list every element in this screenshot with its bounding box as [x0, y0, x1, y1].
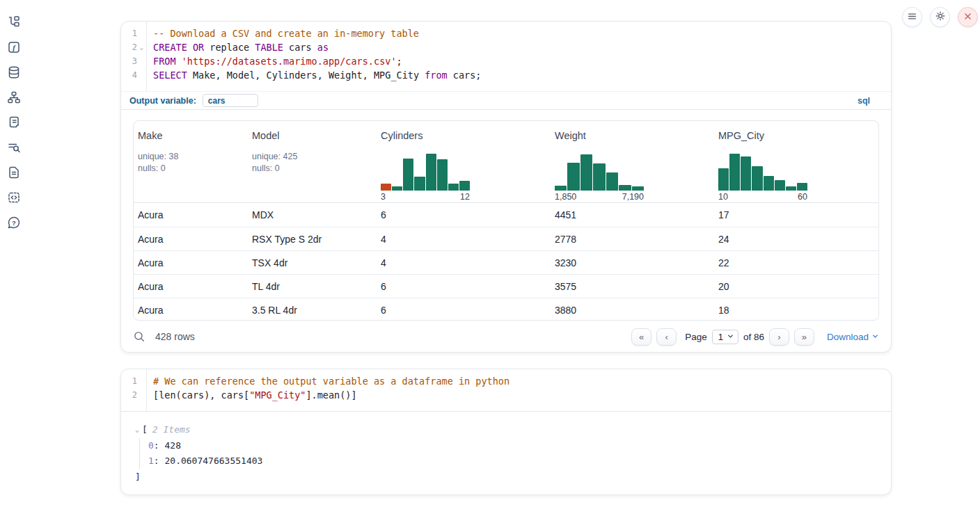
column-stat: unique: 38 — [138, 151, 242, 163]
list-output-tree: ⌄[2 Items0: 4281: 20.060747663551403] — [121, 412, 891, 484]
histogram-bar[interactable] — [392, 186, 402, 191]
column-header-mpg_city[interactable]: MPG_City1060 — [714, 121, 878, 202]
python-code-editor[interactable]: 12# We can reference the output variable… — [121, 369, 891, 412]
open-bracket: [ — [142, 422, 148, 437]
first-page-button[interactable]: « — [631, 328, 651, 346]
histogram-bar[interactable] — [459, 181, 470, 191]
prev-page-button[interactable]: ‹ — [656, 328, 677, 346]
chevron-down-icon — [871, 332, 879, 342]
histogram-bar[interactable] — [729, 154, 740, 191]
histogram-bar[interactable] — [567, 163, 579, 191]
database-icon[interactable] — [7, 65, 21, 79]
item-value: 428 — [164, 440, 180, 451]
settings-button[interactable] — [930, 7, 950, 27]
column-header-make[interactable]: Makeunique: 38nulls: 0 — [134, 121, 248, 202]
tree-collapse-icon[interactable]: ⌄ — [135, 422, 139, 437]
table-row[interactable]: Acura3.5 RL 4dr6388018 — [134, 298, 878, 321]
histogram-bar[interactable] — [632, 186, 644, 191]
histogram-bar[interactable] — [580, 154, 592, 191]
histogram-bar[interactable] — [437, 159, 448, 191]
download-button[interactable]: Download — [827, 332, 879, 342]
code-line[interactable]: -- Download a CSV and create an in-memor… — [153, 26, 891, 40]
gear-icon — [935, 10, 946, 24]
histogram-bar[interactable] — [403, 159, 413, 191]
table-row[interactable]: AcuraRSX Type S 2dr4277824 — [134, 227, 878, 250]
code-snippet-icon[interactable] — [7, 191, 21, 204]
sql-code-editor[interactable]: 12⌄34-- Download a CSV and create an in-… — [121, 22, 891, 91]
table-row[interactable]: AcuraTSX 4dr4323022 — [134, 250, 878, 274]
scroll-icon[interactable] — [7, 115, 21, 129]
table-cell: Acura — [134, 257, 248, 268]
histogram-weight[interactable]: 1,8507,190 — [555, 152, 644, 202]
table-cell: Acura — [134, 305, 248, 316]
histogram-bar[interactable] — [448, 184, 459, 191]
line-number: 4 — [121, 68, 137, 82]
table-row[interactable]: AcuraTL 4dr6357520 — [134, 274, 878, 298]
histogram-bar[interactable] — [797, 183, 807, 191]
page-number-select[interactable]: 1 — [712, 330, 738, 344]
close-bracket: ] — [135, 470, 891, 484]
table-cell: 3230 — [551, 257, 714, 268]
histogram-bar[interactable] — [718, 168, 729, 191]
column-name: MPG_City — [718, 130, 873, 143]
histogram-bar[interactable] — [555, 186, 567, 191]
table-cell: 3.5 RL 4dr — [248, 305, 377, 316]
table-cell: 2778 — [551, 234, 714, 245]
histogram-bar[interactable] — [414, 177, 425, 191]
code-line[interactable]: CREATE OR replace TABLE cars as — [153, 40, 891, 54]
histogram-bar[interactable] — [426, 154, 436, 191]
function-icon[interactable]: f — [7, 40, 21, 54]
histogram-bar[interactable] — [593, 163, 605, 191]
histogram-bar[interactable] — [764, 176, 774, 191]
code-line[interactable]: [len(cars), cars["MPG_City"].mean()] — [153, 388, 891, 402]
table-cell: 18 — [714, 305, 878, 316]
file-tree-icon[interactable] — [7, 15, 21, 29]
search-list-icon[interactable] — [7, 140, 21, 154]
column-name: Weight — [555, 130, 709, 143]
item-index: 1 — [148, 456, 154, 466]
last-page-button[interactable]: » — [794, 328, 814, 346]
histogram-mpg_city[interactable]: 1060 — [718, 152, 807, 202]
notebook-menu-button[interactable] — [902, 7, 922, 27]
download-label: Download — [827, 332, 869, 342]
table-row[interactable]: AcuraMDX6445117 — [134, 203, 878, 227]
histogram-cylinders[interactable]: 312 — [381, 152, 470, 202]
next-page-button[interactable]: › — [769, 328, 789, 346]
marimo-notebook: f? 12⌄34-- Download a CSV and create an … — [0, 0, 980, 507]
line-number: 3 — [121, 54, 137, 68]
chevron-down-icon — [727, 332, 734, 342]
dependency-graph-icon[interactable] — [7, 90, 21, 104]
search-icon[interactable] — [133, 330, 145, 343]
histogram-bar[interactable] — [775, 180, 785, 191]
column-name: Make — [138, 130, 242, 143]
line-number: 2 — [121, 40, 137, 54]
code-line[interactable]: SELECT Make, Model, Cylinders, Weight, M… — [153, 68, 891, 82]
python-cell: 12# We can reference the output variable… — [120, 369, 892, 495]
histogram-bar[interactable] — [741, 156, 751, 191]
column-stat: nulls: 0 — [138, 163, 242, 175]
histogram-min-label: 10 — [718, 192, 728, 202]
histogram-bar[interactable] — [619, 185, 631, 191]
histogram-bar[interactable] — [606, 172, 618, 191]
histogram-bar[interactable] — [381, 184, 391, 191]
help-chat-icon[interactable]: ? — [7, 216, 21, 230]
table-cell: 4 — [377, 234, 551, 245]
column-stat: nulls: 0 — [252, 163, 371, 175]
column-stat: unique: 425 — [252, 151, 371, 163]
shutdown-button[interactable] — [958, 7, 978, 27]
code-line[interactable]: FROM 'https://datasets.marimo.app/cars.c… — [153, 54, 891, 68]
document-icon[interactable] — [7, 166, 21, 179]
notebook-actions — [902, 7, 978, 27]
svg-text:?: ? — [12, 219, 16, 227]
histogram-bar[interactable] — [752, 166, 762, 191]
table-body: AcuraMDX6445117AcuraRSX Type S 2dr427782… — [134, 203, 878, 321]
table-cell: 4 — [377, 257, 551, 268]
column-header-model[interactable]: Modelunique: 425nulls: 0 — [248, 121, 377, 202]
histogram-bar[interactable] — [786, 186, 796, 191]
column-header-weight[interactable]: Weight1,8507,190 — [551, 121, 714, 202]
column-header-cylinders[interactable]: Cylinders312 — [377, 121, 551, 202]
fold-marker-icon[interactable]: ⌄ — [137, 40, 146, 54]
output-variable-input[interactable]: cars — [203, 94, 258, 107]
table-cell: 22 — [714, 257, 878, 268]
code-line[interactable]: # We can reference the output variable a… — [153, 374, 891, 388]
